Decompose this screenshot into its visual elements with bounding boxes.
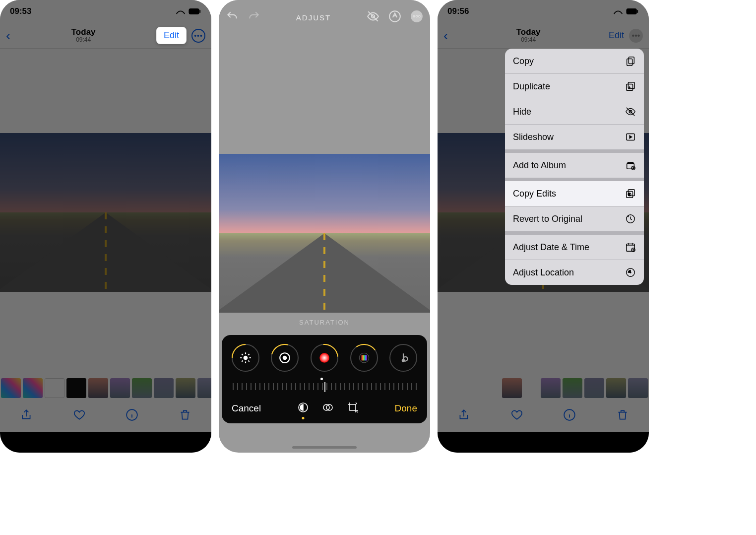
svg-point-7 (416, 15, 417, 17)
bottom-toolbar (0, 400, 211, 432)
filters-tab-icon[interactable] (322, 401, 334, 415)
warmth-dial[interactable] (389, 344, 417, 372)
nav-title: Today 09:44 (516, 28, 541, 44)
adjust-dials-row (226, 341, 423, 377)
edit-top-bar: ADJUST (219, 0, 430, 35)
thumbnail[interactable] (45, 378, 64, 398)
menu-label: Slideshow (513, 132, 554, 142)
thumbnail[interactable] (502, 378, 522, 398)
edit-mode-title: ADJUST (296, 13, 331, 22)
menu-label: Add to Album (513, 160, 566, 171)
svg-rect-22 (627, 59, 632, 66)
favorite-icon[interactable] (510, 408, 523, 423)
clock: 09:56 (447, 6, 469, 16)
share-icon[interactable] (20, 408, 33, 423)
thumbnail[interactable] (176, 378, 195, 398)
screenshot-3-context-menu: 09:56 ‹ Today 09:44 Edit ••• (438, 0, 649, 453)
home-indicator[interactable] (292, 446, 357, 449)
status-bar: 09:53 (0, 0, 211, 23)
home-indicator[interactable] (511, 446, 575, 449)
nav-bar: ‹ Today 09:44 Edit ••• (0, 23, 211, 49)
redo-icon[interactable] (248, 10, 260, 25)
info-icon[interactable] (563, 408, 576, 423)
menu-item-adjust-datetime[interactable]: Adjust Date & Time (505, 235, 644, 260)
thumbnail[interactable] (628, 378, 648, 398)
menu-label: Adjust Location (513, 268, 574, 278)
trash-icon[interactable] (179, 408, 191, 423)
menu-item-copy[interactable]: Copy (505, 49, 644, 74)
svg-rect-19 (637, 10, 638, 13)
menu-item-copy-edits[interactable]: Copy Edits (505, 181, 644, 206)
share-icon[interactable] (457, 408, 470, 423)
done-button[interactable]: Done (395, 403, 417, 414)
favorite-icon[interactable] (73, 408, 86, 423)
menu-item-duplicate[interactable]: Duplicate (505, 74, 644, 99)
thumbnail[interactable] (606, 378, 626, 398)
thumbnail[interactable] (563, 378, 582, 398)
info-icon[interactable] (126, 408, 138, 423)
photo (0, 133, 211, 292)
more-icon[interactable] (410, 10, 423, 25)
svg-point-6 (413, 15, 415, 17)
photo-viewer[interactable] (0, 49, 211, 376)
saturation-dial[interactable] (311, 344, 338, 372)
svg-rect-21 (629, 57, 634, 64)
more-button[interactable]: ••• (629, 29, 643, 43)
thumbnail[interactable] (88, 378, 108, 398)
svg-rect-18 (627, 8, 636, 14)
thumbnail[interactable] (1, 378, 21, 398)
screenshot-1-photo-detail: 09:53 ‹ Today 09:44 Edit ••• (0, 0, 211, 453)
adjust-slider[interactable] (226, 377, 423, 397)
home-indicator[interactable] (73, 446, 138, 449)
menu-label: Adjust Date & Time (513, 242, 589, 253)
menu-label: Revert to Original (513, 214, 582, 224)
slider-origin-dot (320, 378, 323, 380)
trash-icon[interactable] (616, 408, 629, 423)
thumbnail[interactable] (197, 378, 211, 398)
thumbnail[interactable] (132, 378, 152, 398)
thumbnail[interactable] (23, 378, 43, 398)
clock: 09:53 (10, 6, 31, 16)
svg-point-14 (402, 359, 404, 361)
thumbnail[interactable] (66, 378, 86, 398)
nav-bar: ‹ Today 09:44 Edit ••• (438, 23, 649, 49)
vibrance-dial[interactable] (350, 344, 378, 372)
adjust-tab-icon[interactable] (297, 401, 309, 415)
menu-label: Copy Edits (513, 189, 556, 199)
back-button[interactable]: ‹ (6, 28, 10, 44)
edit-mode-tabs (297, 401, 359, 415)
thumbnail[interactable] (154, 378, 174, 398)
photo (219, 154, 430, 313)
menu-item-adjust-location[interactable]: Adjust Location (505, 260, 644, 285)
brightness-dial[interactable] (232, 344, 259, 372)
slider-handle[interactable] (324, 382, 325, 392)
menu-item-revert[interactable]: Revert to Original (505, 206, 644, 232)
more-button[interactable]: ••• (191, 29, 205, 43)
menu-item-slideshow[interactable]: Slideshow (505, 125, 644, 150)
thumbnail-strip[interactable] (0, 376, 211, 400)
thumbnail[interactable] (541, 378, 561, 398)
thumbnail[interactable] (584, 378, 604, 398)
edit-button[interactable]: Edit (156, 27, 187, 44)
menu-label: Copy (513, 56, 534, 67)
markup-icon[interactable] (388, 10, 401, 25)
context-menu: Copy Duplicate Hide Slideshow Add to Alb… (505, 49, 644, 285)
edit-button[interactable]: Edit (609, 30, 624, 41)
crop-tab-icon[interactable] (347, 401, 359, 415)
cancel-button[interactable]: Cancel (232, 403, 261, 414)
svg-rect-23 (628, 82, 634, 89)
undo-icon[interactable] (226, 10, 239, 25)
menu-item-hide[interactable]: Hide (505, 99, 644, 125)
visibility-off-icon[interactable] (367, 10, 379, 25)
svg-point-36 (630, 272, 631, 273)
thumbnail[interactable] (110, 378, 130, 398)
thumbnail-strip[interactable] (438, 376, 649, 400)
menu-item-add-to-album[interactable]: Add to Album (505, 153, 644, 178)
screenshot-2-edit-adjust: ADJUST SATURATION (219, 0, 430, 453)
edit-photo-area[interactable] (219, 35, 430, 313)
exposure-dial[interactable] (271, 344, 299, 372)
current-parameter-label: SATURATION (219, 313, 430, 332)
bottom-toolbar (438, 400, 649, 432)
back-button[interactable]: ‹ (443, 28, 448, 44)
menu-label: Duplicate (513, 81, 550, 92)
